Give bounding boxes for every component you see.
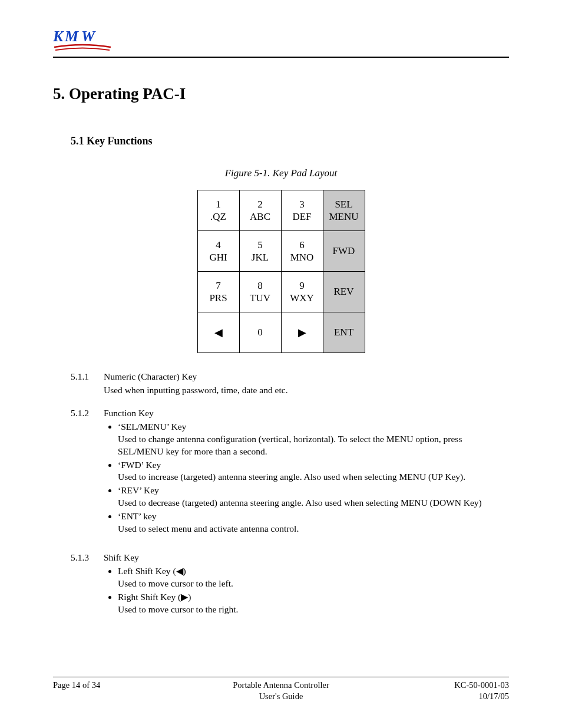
footer-left: Page 14 of 34 bbox=[53, 680, 171, 702]
keypad-cell: SELMENU bbox=[323, 190, 365, 231]
keypad-cell: REV bbox=[323, 272, 365, 312]
bullet-item: Left Shift Key (◀)Used to move cursor to… bbox=[118, 565, 509, 590]
keypad-cell: 4GHI bbox=[197, 231, 239, 272]
bullet-title: Left Shift Key (◀) bbox=[118, 565, 509, 578]
bullet-title: ‘SEL/MENU’ Key bbox=[118, 421, 509, 433]
keypad-cell: 7PRS bbox=[197, 272, 239, 312]
bullet-list: ‘SEL/MENU’ KeyUsed to change antenna con… bbox=[104, 421, 509, 535]
bullet-title: ‘ENT’ key bbox=[118, 510, 509, 523]
svg-text:W: W bbox=[81, 28, 96, 45]
section-title: 5. Operating PAC-I bbox=[53, 85, 509, 103]
bullet-desc: Used to change antenna configuration (ve… bbox=[118, 433, 509, 458]
keypad-cell: 2ABC bbox=[239, 190, 281, 231]
keypad-cell: 0 bbox=[239, 312, 281, 353]
footer-rule bbox=[53, 677, 509, 677]
keypad-cell: FWD bbox=[323, 231, 365, 272]
bullet-item: ‘FWD’ KeyUsed to increase (targeted) ant… bbox=[118, 459, 509, 484]
item-heading: 5.1.1Numeric (Character) Key bbox=[71, 371, 509, 383]
item-title: Numeric (Character) Key bbox=[104, 371, 197, 383]
bullet-desc: Used to increase (targeted) antenna stee… bbox=[118, 471, 509, 483]
bullet-item: Right Shift Key (▶)Used to move cursor t… bbox=[118, 591, 509, 616]
keypad-cell: ▶ bbox=[281, 312, 323, 353]
bullet-list: Left Shift Key (◀)Used to move cursor to… bbox=[104, 565, 509, 616]
keypad-cell: 3DEF bbox=[281, 190, 323, 231]
bullet-desc: Used to move cursor to the right. bbox=[118, 604, 509, 616]
bullet-item: ‘REV’ KeyUsed to decrease (targeted) ant… bbox=[118, 485, 509, 509]
keypad-cell: ENT bbox=[323, 312, 365, 353]
bullet-item: ‘ENT’ keyUsed to select menu and activat… bbox=[118, 510, 509, 535]
bullet-title: Right Shift Key (▶) bbox=[118, 591, 509, 604]
logo: K M W bbox=[53, 24, 509, 53]
header-rule bbox=[53, 57, 509, 58]
svg-text:M: M bbox=[64, 28, 79, 45]
item-number: 5.1.2 bbox=[71, 407, 104, 420]
bullet-desc: Used to decrease (targeted) antenna stee… bbox=[118, 497, 509, 509]
footer-center: Portable Antenna Controller User's Guide bbox=[171, 680, 391, 702]
bullet-item: ‘SEL/MENU’ KeyUsed to change antenna con… bbox=[118, 421, 509, 458]
item-title: Shift Key bbox=[104, 552, 139, 564]
keypad-cell: 1.QZ bbox=[197, 190, 239, 231]
keypad-cell: ◀ bbox=[197, 312, 239, 353]
bullet-desc: Used to select menu and activate antenna… bbox=[118, 523, 509, 535]
item-heading: 5.1.3Shift Key bbox=[71, 552, 509, 564]
bullet-title: ‘FWD’ Key bbox=[118, 459, 509, 472]
bullet-title: ‘REV’ Key bbox=[118, 485, 509, 497]
item-heading: 5.1.2Function Key bbox=[71, 407, 509, 420]
subsection-title: 5.1 Key Functions bbox=[71, 135, 509, 147]
footer-right: KC-50-0001-03 10/17/05 bbox=[391, 680, 509, 702]
item-title: Function Key bbox=[104, 407, 154, 420]
keypad-cell: 6MNO bbox=[281, 231, 323, 272]
keypad-cell: 5JKL bbox=[239, 231, 281, 272]
keypad-layout: 1.QZ2ABC3DEFSELMENU4GHI5JKL6MNOFWD7PRS8T… bbox=[197, 190, 365, 353]
svg-text:K: K bbox=[53, 28, 64, 45]
figure-caption: Figure 5-1. Key Pad Layout bbox=[53, 167, 509, 179]
bullet-desc: Used to move cursor to the left. bbox=[118, 578, 509, 590]
item-number: 5.1.3 bbox=[71, 552, 104, 564]
item-desc: Used when inputting password, time, date… bbox=[104, 384, 509, 397]
item-number: 5.1.1 bbox=[71, 371, 104, 383]
kmw-logo-icon: K M W bbox=[53, 27, 112, 53]
keypad-cell: 8TUV bbox=[239, 272, 281, 312]
keypad-cell: 9WXY bbox=[281, 272, 323, 312]
